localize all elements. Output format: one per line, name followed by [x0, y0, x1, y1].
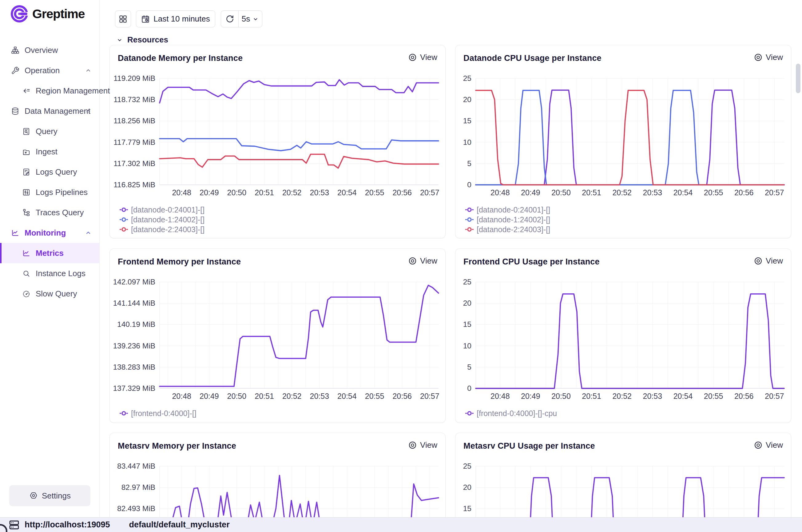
view-button[interactable]: View: [754, 53, 783, 62]
chart-line-icon: [22, 249, 31, 258]
sidebar-item-instance-logs[interactable]: Instance Logs: [0, 263, 99, 284]
legend-item[interactable]: [datanode-2:24003]-[]: [120, 225, 205, 234]
chart-canvas[interactable]: 252015105020:4820:4920:5020:5120:5220:53…: [455, 249, 791, 423]
svg-text:20:48: 20:48: [491, 188, 510, 197]
sidebar-item-label: Query: [36, 127, 58, 136]
sidebar-item-monitoring[interactable]: Monitoring: [0, 223, 99, 243]
view-button[interactable]: View: [408, 256, 437, 266]
sidebar-item-operation[interactable]: Operation: [0, 60, 99, 80]
scrollbar-thumb[interactable]: [796, 64, 800, 93]
sidebar-item-label: Metrics: [36, 248, 64, 258]
cluster-name: default/default_mycluster: [129, 520, 230, 530]
svg-text:20:57: 20:57: [420, 392, 439, 400]
section-title: Resources: [127, 35, 168, 44]
legend-label: [frontend-0:4000]-[]-cpu: [477, 409, 557, 418]
eye-icon: [754, 256, 763, 265]
eye-icon: [408, 441, 417, 450]
sidebar-nav: OverviewOperationRegion ManagementData M…: [0, 40, 99, 304]
chart-canvas[interactable]: 142.097 MiB141.144 MiB140.19 MiB139.236 …: [110, 249, 446, 423]
series-marker-icon: [120, 217, 128, 222]
dashboard-layout-button[interactable]: [115, 11, 131, 27]
chevron-up-icon[interactable]: [84, 229, 92, 236]
chevron-down-icon: [116, 37, 123, 43]
legend-label: [datanode-2:24003]-[]: [131, 225, 205, 234]
sidebar-item-query[interactable]: Query: [0, 121, 99, 141]
view-button[interactable]: View: [408, 440, 437, 450]
svg-text:20:56: 20:56: [393, 188, 412, 197]
sidebar-item-metrics[interactable]: Metrics: [0, 243, 99, 263]
svg-text:20:53: 20:53: [643, 188, 662, 197]
search-icon: [22, 269, 31, 278]
svg-text:20:56: 20:56: [734, 392, 754, 400]
calendar-clock-icon: [141, 15, 150, 23]
svg-text:117.779 MiB: 117.779 MiB: [113, 138, 155, 146]
svg-text:20:57: 20:57: [765, 188, 784, 197]
sidebar-item-label: Region Management: [36, 86, 110, 96]
sidebar-item-logs-query[interactable]: Logs Query: [0, 162, 99, 182]
view-label: View: [420, 256, 437, 266]
legend-item[interactable]: [datanode-2:24003]-[]: [465, 225, 550, 234]
sidebar-item-traces-query[interactable]: Traces Query: [0, 202, 99, 223]
settings-button[interactable]: Settings: [9, 485, 90, 506]
eye-icon: [408, 53, 417, 62]
view-button[interactable]: View: [754, 440, 783, 450]
series-marker-icon: [465, 207, 474, 212]
view-label: View: [766, 256, 783, 266]
view-label: View: [420, 53, 437, 62]
svg-text:20:49: 20:49: [521, 392, 540, 400]
legend-item[interactable]: [datanode-1:24002]-[]: [120, 215, 205, 225]
traces-icon: [22, 209, 31, 217]
view-button[interactable]: View: [754, 256, 783, 266]
chart-title: Frontend Memory per Instance: [118, 257, 241, 267]
legend-item[interactable]: [frontend-0:4000]-[]-cpu: [465, 408, 557, 418]
refresh-interval-select[interactable]: 5s: [238, 11, 262, 27]
svg-text:116.825 MiB: 116.825 MiB: [113, 180, 155, 189]
sidebar-item-logs-pipelines[interactable]: Logs Pipelines: [0, 182, 99, 202]
sidebar-item-overview[interactable]: Overview: [0, 40, 99, 60]
svg-text:10: 10: [463, 342, 472, 350]
chevron-up-icon[interactable]: [84, 107, 92, 115]
legend-label: [datanode-0:24001]-[]: [131, 205, 205, 214]
legend-item[interactable]: [frontend-0:4000]-[]: [120, 408, 196, 418]
svg-text:20:55: 20:55: [704, 392, 723, 400]
gauge-icon: [22, 290, 31, 298]
sidebar-item-slow-query[interactable]: Slow Query: [0, 284, 99, 304]
legend-label: [datanode-2:24003]-[]: [477, 225, 550, 234]
svg-text:117.302 MiB: 117.302 MiB: [113, 159, 155, 168]
database-icon: [11, 107, 19, 115]
legend-item[interactable]: [datanode-0:24001]-[]: [120, 205, 205, 215]
svg-text:20:54: 20:54: [673, 392, 693, 400]
svg-text:20:52: 20:52: [612, 188, 632, 197]
svg-text:118.256 MiB: 118.256 MiB: [113, 117, 155, 125]
card-frontend-cpu: 252015105020:4820:4920:5020:5120:5220:53…: [455, 248, 791, 423]
svg-text:138.283 MiB: 138.283 MiB: [113, 363, 155, 371]
sidebar-item-label: Ingest: [36, 147, 58, 156]
series-marker-icon: [465, 227, 474, 232]
logo[interactable]: Greptime: [11, 5, 84, 23]
svg-text:141.144 MiB: 141.144 MiB: [113, 299, 155, 307]
legend-item[interactable]: [datanode-1:24002]-[]: [465, 215, 550, 225]
svg-text:20:55: 20:55: [365, 188, 384, 197]
svg-text:20:54: 20:54: [337, 392, 357, 400]
chart-title: Metasrv CPU Usage per Instance: [463, 441, 595, 451]
svg-text:20:53: 20:53: [643, 392, 662, 400]
card-frontend-memory: 142.097 MiB141.144 MiB140.19 MiB139.236 …: [110, 248, 445, 423]
time-range-button[interactable]: Last 10 minutes: [136, 11, 215, 27]
legend-item[interactable]: [datanode-0:24001]-[]: [465, 205, 550, 215]
greptime-logo-icon: [11, 5, 28, 23]
svg-text:10: 10: [463, 138, 472, 146]
card-datanode-memory: 119.209 MiB118.732 MiB118.256 MiB117.779…: [110, 45, 445, 238]
view-button[interactable]: View: [408, 53, 437, 62]
sidebar-item-ingest[interactable]: Ingest: [0, 141, 99, 162]
chevron-up-icon[interactable]: [84, 67, 92, 74]
region-icon: [22, 87, 31, 95]
sidebar-item-data-management[interactable]: Data Management: [0, 101, 99, 121]
settings-icon: [29, 491, 38, 500]
sidebar-item-region-management[interactable]: Region Management: [0, 80, 99, 101]
svg-text:20:51: 20:51: [255, 188, 274, 197]
chart-title: Metasrv Memory per Instance: [118, 441, 236, 451]
wrench-icon: [11, 66, 19, 75]
section-resources-toggle[interactable]: Resources: [116, 35, 168, 44]
refresh-button[interactable]: [221, 11, 238, 27]
svg-text:119.209 MiB: 119.209 MiB: [113, 74, 155, 82]
